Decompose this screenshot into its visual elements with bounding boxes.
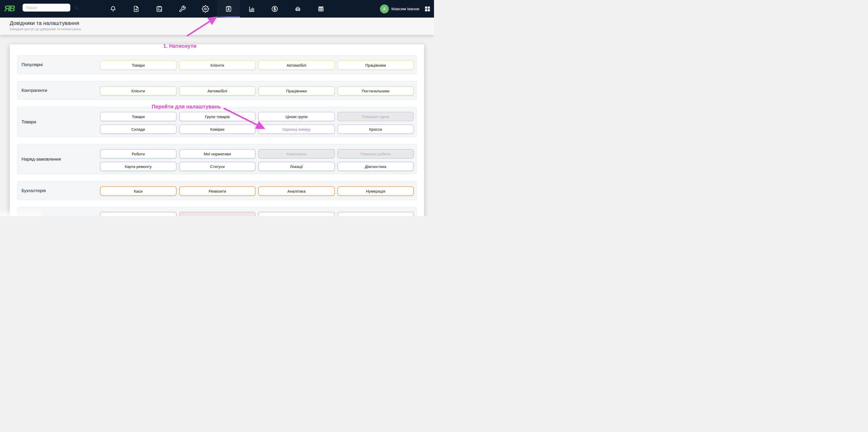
section-label: Популярні xyxy=(22,62,43,67)
reference-button[interactable]: Діагностика xyxy=(337,162,414,171)
section-row: Наряд-замовленняРоботиМої нормативиКомпл… xyxy=(17,144,417,174)
reference-button[interactable]: Товари xyxy=(100,112,177,121)
nav-item-bell[interactable] xyxy=(101,0,125,18)
reference-button[interactable]: Мої нормативи xyxy=(179,149,256,158)
page-subtitle: Швидкий доступ до довідників та налаштув… xyxy=(10,27,81,31)
dollar-circle-icon xyxy=(271,5,278,12)
nav-item-calendar-check[interactable] xyxy=(148,0,171,18)
search-input[interactable] xyxy=(23,5,74,10)
nav-item-table[interactable] xyxy=(309,0,333,18)
bar-chart-icon xyxy=(248,5,255,12)
file-plus-icon xyxy=(132,5,140,12)
reference-button[interactable]: Працівники xyxy=(258,86,335,96)
reference-button[interactable]: Комірки xyxy=(179,124,256,134)
reference-button[interactable]: Одиниці виміру xyxy=(258,124,335,134)
reference-button[interactable]: Нумерація xyxy=(337,186,414,196)
section-row: БухгалтеріяКасиРеквізитиАналітикаНумерац… xyxy=(17,181,417,200)
reference-button[interactable]: Товари xyxy=(100,60,177,70)
bell-icon xyxy=(110,5,117,12)
nav-item-bar-chart[interactable] xyxy=(240,0,263,18)
section-row: ТовариТовариГрупи товарівЦінові групиПов… xyxy=(17,107,417,137)
reference-button xyxy=(179,212,256,216)
reference-button[interactable]: Каси xyxy=(100,186,177,196)
reference-button[interactable]: Реквізити xyxy=(179,186,256,196)
car-icon xyxy=(294,5,302,12)
page-title: Довідники та налаштування xyxy=(10,20,79,26)
table-icon xyxy=(317,5,324,12)
search-icon xyxy=(74,5,79,10)
reference-button[interactable]: Карта ремонту xyxy=(100,162,177,171)
reference-button: Повязані групи xyxy=(337,112,414,121)
nav-item-gear[interactable] xyxy=(194,0,217,18)
reference-button[interactable]: Роботи xyxy=(100,149,177,158)
calendar-person-icon xyxy=(225,5,232,12)
reference-button[interactable]: Локації xyxy=(258,162,335,171)
annotation-step2: Перейти для налаштувань xyxy=(152,104,221,110)
section-row xyxy=(17,207,417,216)
reference-button[interactable] xyxy=(258,212,335,216)
apps-grid-icon[interactable] xyxy=(424,5,431,12)
avatar[interactable] xyxy=(380,4,389,13)
wrench-icon xyxy=(179,5,186,12)
nav-item-calendar-person[interactable] xyxy=(217,0,240,18)
reference-button[interactable]: Постачальники xyxy=(337,86,414,96)
section-label: Контрагенти xyxy=(22,88,47,93)
nav-item-wrench[interactable] xyxy=(171,0,194,18)
active-tab-underline xyxy=(217,17,240,18)
nav-item-file-plus[interactable] xyxy=(125,0,148,18)
section-label: Товари xyxy=(22,119,36,125)
reference-button[interactable] xyxy=(100,212,177,216)
top-navigation-bar: ЯВ Максим Іванов xyxy=(0,0,434,18)
reference-button[interactable] xyxy=(337,212,414,216)
reference-button[interactable]: Склади xyxy=(100,124,177,134)
reference-button[interactable]: Працівники xyxy=(337,60,414,70)
annotation-step1: 1. Натиснути xyxy=(163,43,196,49)
section-label: Наряд-замовлення xyxy=(22,157,61,162)
section-row: КонтрагентиКлієнтиАвтомобіліПрацівникиПо… xyxy=(17,81,417,100)
reference-button: Комплекси xyxy=(258,149,335,158)
reference-button: Повязані роботи xyxy=(337,149,414,158)
search-box[interactable] xyxy=(23,4,70,11)
page-header: Довідники та налаштування Швидкий доступ… xyxy=(0,18,434,35)
main-nav-icons xyxy=(101,0,333,18)
calendar-check-icon xyxy=(156,5,163,12)
section-row: ПопулярніТовариКлієнтиАвтомобіліПрацівни… xyxy=(17,55,417,74)
nav-item-dollar-circle[interactable] xyxy=(263,0,286,18)
person-icon xyxy=(381,6,387,12)
reference-button[interactable]: Автомобілі xyxy=(179,86,256,96)
reference-button[interactable]: Групи товарів xyxy=(179,112,256,121)
reference-button[interactable]: Аналітика xyxy=(258,186,335,196)
user-name: Максим Іванов xyxy=(392,6,419,11)
reference-button[interactable]: Клієнти xyxy=(179,60,256,70)
section-label: Бухгалтерія xyxy=(22,188,45,193)
app-logo[interactable]: ЯВ xyxy=(4,3,14,14)
gear-icon xyxy=(202,5,209,12)
references-card: ПопулярніТовариКлієнтиАвтомобіліПрацівни… xyxy=(10,44,424,216)
reference-button[interactable]: Статуси xyxy=(179,162,256,171)
reference-button[interactable]: Кросси xyxy=(337,124,414,134)
nav-item-car[interactable] xyxy=(286,0,309,18)
user-area[interactable]: Максим Іванов xyxy=(380,0,431,18)
reference-button[interactable]: Цінові групи xyxy=(258,112,335,121)
reference-button[interactable]: Клієнти xyxy=(100,86,177,96)
reference-button[interactable]: Автомобілі xyxy=(258,60,335,70)
